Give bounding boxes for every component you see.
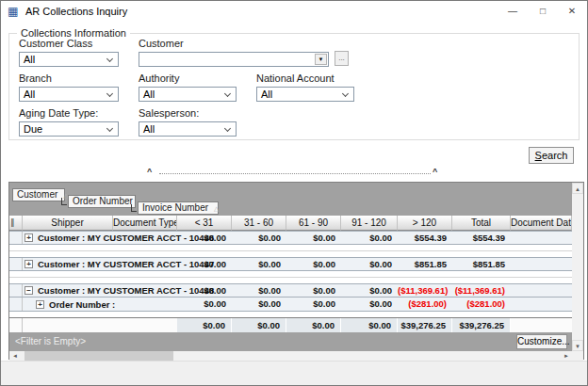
close-button[interactable]: ✕ — [558, 1, 586, 21]
column-header[interactable]: 91 - 120 — [341, 216, 398, 231]
customer-class-select[interactable]: All — [19, 52, 119, 67]
branch-label: Branch — [19, 72, 119, 84]
table-row[interactable]: +Customer : MY CUSTOMER ACCT - 10446$0.0… — [9, 231, 572, 245]
filter-status: <Filter is Empty> — [15, 332, 86, 351]
customer-field: Customer ▼ — [139, 38, 329, 67]
amount-cell: $0.00 — [286, 318, 341, 332]
customize-button[interactable]: Customize... — [516, 334, 567, 349]
group-label: Order Number : — [49, 299, 115, 310]
column-header[interactable]: ∥ — [9, 216, 23, 231]
column-header[interactable]: Shipper — [23, 216, 113, 231]
amount-cell: $39,276.25 — [452, 318, 511, 332]
amount-cell: $0.00 — [177, 258, 232, 270]
amount-cell: $0.00 — [286, 258, 341, 270]
amount-cell: $0.00 — [177, 298, 232, 311]
scroll-down-icon[interactable]: ▼ — [572, 340, 583, 351]
row-indicator — [9, 284, 23, 297]
expand-icon[interactable]: + — [36, 300, 44, 309]
group-tab-invoice-number[interactable]: Invoice Number△ — [138, 201, 219, 215]
amount-cell — [511, 298, 572, 311]
group-label-cell: +Customer : MY CUSTOMER ACCT - 10446 — [23, 232, 177, 244]
column-header[interactable]: 31 - 60 — [232, 216, 286, 231]
column-header[interactable]: > 120 — [398, 216, 452, 231]
expand-icon[interactable]: + — [24, 233, 33, 242]
salesperson-field: Salesperson: All — [139, 107, 237, 137]
group-label-cell: +Customer : MY CUSTOMER ACCT - 10447 — [23, 258, 177, 270]
group-label-cell — [23, 318, 177, 332]
salesperson-label: Salesperson: — [139, 107, 237, 119]
amount-cell: $851.85 — [398, 258, 452, 270]
column-header[interactable]: < 31 — [177, 216, 232, 231]
amount-cell: $0.00 — [232, 318, 286, 332]
customer-combo[interactable]: ▼ — [139, 52, 329, 67]
customer-label: Customer — [139, 38, 329, 49]
column-header[interactable]: 61 - 90 — [286, 216, 341, 231]
separator-row — [9, 245, 572, 257]
dialog-footer: Done — [1, 361, 587, 385]
splitter-collapse-icon[interactable]: ^ — [147, 167, 152, 176]
expand-icon[interactable]: + — [24, 260, 33, 268]
app-icon: ▦ — [8, 5, 18, 18]
group-tab-order-number[interactable]: Order Number△ — [68, 195, 136, 208]
authority-select[interactable]: All — [139, 87, 237, 102]
table-row[interactable]: −Customer : MY CUSTOMER ACCT - 10448$0.0… — [9, 283, 572, 298]
amount-cell: $554.39 — [452, 232, 511, 244]
customer-browse-button[interactable]: ... — [335, 51, 349, 66]
amount-cell: $0.00 — [232, 232, 286, 244]
salesperson-select[interactable]: All — [139, 121, 237, 137]
national-account-select[interactable]: All — [256, 87, 354, 102]
horizontal-scroll-thumb[interactable] — [24, 351, 173, 361]
grid-rows: +Customer : MY CUSTOMER ACCT - 10446$0.0… — [9, 231, 572, 332]
maximize-button[interactable]: □ — [529, 1, 557, 21]
scroll-up-icon[interactable]: ▲ — [572, 183, 583, 194]
row-indicator — [9, 318, 23, 332]
amount-cell — [511, 318, 572, 332]
totals-row: $0.00$0.00$0.00$0.00$39,276.25$39,276.25 — [9, 317, 572, 332]
amount-cell: ($281.00) — [452, 298, 511, 311]
chevron-down-icon — [224, 125, 231, 132]
group-by-band[interactable]: Customer△ Order Number△ Invoice Number△ — [9, 183, 572, 216]
scroll-left-icon[interactable]: ◄ — [9, 351, 21, 361]
vertical-scrollbar[interactable]: ▲ ▼ — [572, 183, 583, 351]
amount-cell: $0.00 — [341, 298, 398, 311]
amount-cell: $0.00 — [341, 318, 398, 332]
amount-cell: ($11,369.61) — [452, 284, 511, 297]
table-row[interactable]: +Order Number :$0.00$0.00$0.00$0.00($281… — [9, 298, 572, 312]
column-header[interactable]: Document Type — [113, 216, 177, 231]
row-indicator — [9, 258, 23, 270]
sort-asc-icon: △ — [214, 205, 219, 212]
aging-date-type-select[interactable]: Due — [19, 121, 119, 137]
authority-label: Authority — [139, 72, 237, 84]
window-title: AR Collections Inquiry — [25, 1, 127, 22]
collapse-icon[interactable]: − — [24, 286, 33, 295]
minimize-button[interactable]: — — [498, 1, 527, 21]
search-button[interactable]: Search — [529, 147, 574, 164]
splitter-collapse-icon[interactable]: ^ — [433, 167, 437, 176]
horizontal-scrollbar[interactable]: ◄ ► — [9, 351, 572, 361]
customer-dropdown-icon[interactable]: ▼ — [315, 54, 327, 65]
authority-field: Authority All — [139, 72, 237, 102]
amount-cell: $0.00 — [341, 284, 398, 297]
amount-cell — [511, 284, 572, 297]
group-tab-customer[interactable]: Customer△ — [12, 188, 65, 201]
group-label-cell: +Order Number : — [23, 298, 177, 311]
title-bar: ▦ AR Collections Inquiry — □ ✕ — [1, 1, 587, 22]
column-header[interactable]: Total — [452, 216, 511, 231]
group-label-cell: −Customer : MY CUSTOMER ACCT - 10448 — [23, 284, 177, 297]
amount-cell: $0.00 — [232, 258, 286, 270]
chevron-down-icon — [342, 90, 349, 97]
chevron-down-icon — [106, 90, 113, 97]
amount-cell: $0.00 — [286, 232, 341, 244]
collections-information-group: Collections Information Customer Class A… — [8, 33, 580, 140]
row-indicator — [9, 298, 23, 311]
splitter-handle[interactable] — [159, 173, 431, 174]
row-indicator — [9, 232, 23, 244]
national-account-label: National Account — [256, 72, 354, 84]
column-header[interactable]: Document Date — [511, 216, 572, 231]
ar-collections-inquiry-dialog: ▦ AR Collections Inquiry — □ ✕ Collectio… — [0, 0, 588, 386]
amount-cell: $0.00 — [232, 298, 286, 311]
branch-select[interactable]: All — [19, 87, 119, 102]
customer-class-field: Customer Class All — [19, 38, 119, 67]
scroll-right-icon[interactable]: ► — [561, 351, 572, 361]
table-row[interactable]: +Customer : MY CUSTOMER ACCT - 10447$0.0… — [9, 257, 572, 271]
